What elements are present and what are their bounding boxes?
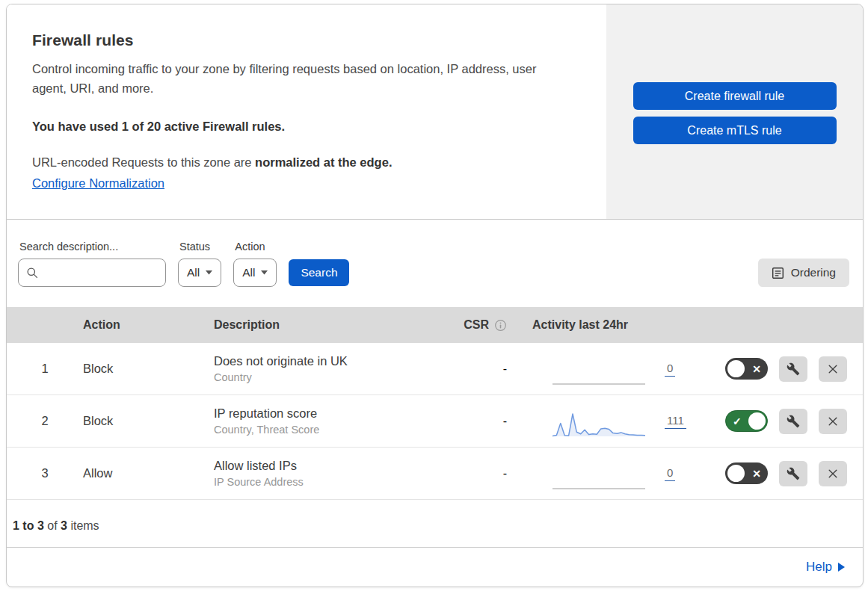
rule-controls: ✓ ✕ [717,409,863,434]
rule-description-cell: Allow listed IPs IP Source Address [214,459,450,488]
wrench-icon [787,362,800,376]
activity-sparkline [552,359,645,386]
wrench-icon [787,415,800,428]
activity-count-link[interactable]: 0 [665,362,675,377]
rule-description: IP reputation score [214,406,450,421]
header-activity: Activity last 24hr [510,318,717,332]
rule-activity-cell: 0 [510,460,717,487]
info-icon[interactable] [494,319,507,332]
rule-action: Allow [83,466,214,480]
rule-enabled-toggle[interactable]: ✓ ✕ [725,462,768,484]
chevron-down-icon [261,270,268,275]
items-label: items [67,519,99,533]
table-row: 2 Block IP reputation score Country, Thr… [7,395,863,448]
usage-notice: You have used 1 of 20 active Firewall ru… [32,120,581,134]
delete-rule-button[interactable] [819,409,847,434]
rule-ruleset: IP Source Address [214,476,450,488]
close-icon [827,415,839,427]
status-label: Status [179,241,221,253]
x-icon: ✕ [752,363,761,374]
help-link[interactable]: Help [806,560,832,575]
delete-rule-button[interactable] [819,356,847,382]
search-filter-group: Search description... [18,241,166,287]
rule-enabled-toggle[interactable]: ✓ ✕ [725,358,768,380]
table-row: 1 Block Does not originate in UK Country… [7,343,863,395]
check-icon: ✓ [733,415,742,426]
toggle-knob [727,360,745,377]
ordering-button-label: Ordering [791,266,836,279]
items-range: 1 to 3 [13,519,44,533]
rule-ruleset: Country, Threat Score [214,424,450,436]
arrow-right-icon [838,563,845,572]
search-box[interactable] [18,259,166,287]
rule-action: Block [83,414,214,428]
search-input[interactable] [44,267,158,279]
status-dropdown-value: All [187,266,200,279]
rule-controls: ✓ ✕ [717,356,863,382]
action-filter-group: Action All [233,241,277,287]
search-icon [26,267,38,279]
firewall-rules-card: Firewall rules Control incoming traffic … [6,4,864,587]
items-total: 3 [61,519,67,533]
rule-description-cell: Does not originate in UK Country [214,354,450,383]
hero-section: Firewall rules Control incoming traffic … [7,4,863,220]
table-row: 3 Allow Allow listed IPs IP Source Addre… [7,448,863,500]
rule-description-cell: IP reputation score Country, Threat Scor… [214,406,450,436]
page-title: Firewall rules [32,31,581,49]
rule-csr: - [450,362,510,376]
rule-activity-cell: 111 [510,408,717,435]
toggle-knob [727,465,745,482]
items-of-label: of [44,519,61,533]
action-dropdown[interactable]: All [233,259,277,287]
header-description: Description [214,318,450,332]
rule-ruleset: Country [214,371,450,383]
edit-rule-button[interactable] [779,409,807,434]
rule-csr: - [450,467,510,480]
chevron-down-icon [206,270,212,275]
help-bar: Help [7,547,863,587]
action-label: Action [235,241,277,253]
edit-rule-button[interactable] [779,461,807,486]
create-mtls-rule-button[interactable]: Create mTLS rule [633,117,837,144]
rule-csr: - [450,415,510,428]
edit-rule-button[interactable] [779,356,807,382]
page-description: Control incoming traffic to your zone by… [32,60,541,98]
search-button[interactable]: Search [289,259,349,286]
table-header: Action Description CSR Activity last 24h… [7,307,863,343]
normalization-bold: normalized at the edge. [255,155,392,169]
close-icon [827,363,839,375]
toggle-knob [748,412,766,430]
rule-priority: 3 [7,466,83,480]
activity-count-link[interactable]: 111 [665,414,686,429]
pagination-summary: 1 to 3 of 3 items [7,500,863,547]
create-actions-panel: Create firewall rule Create mTLS rule [606,4,863,219]
normalization-prefix: URL-encoded Requests to this zone are [32,155,255,169]
delete-rule-button[interactable] [819,461,847,486]
wrench-icon [787,467,800,480]
rule-description: Does not originate in UK [214,354,450,368]
close-icon [827,468,839,480]
action-dropdown-value: All [242,266,255,279]
rule-enabled-toggle[interactable]: ✓ ✕ [725,410,768,432]
rule-action: Block [83,362,214,376]
rule-controls: ✓ ✕ [717,461,863,486]
activity-sparkline [552,411,645,438]
x-icon: ✕ [752,468,761,478]
configure-normalization-link[interactable]: Configure Normalization [32,176,164,191]
rule-activity-cell: 0 [510,356,717,383]
ordering-list-icon [772,267,784,279]
activity-count-link[interactable]: 0 [665,466,675,481]
rule-priority: 1 [7,362,83,376]
status-filter-group: Status All [178,241,221,287]
rule-priority: 2 [7,414,83,428]
hero-text-block: Firewall rules Control incoming traffic … [7,4,606,219]
activity-sparkline [552,463,645,490]
ordering-button[interactable]: Ordering [758,259,849,287]
header-action: Action [83,318,214,332]
status-dropdown[interactable]: All [178,259,221,287]
header-csr-label: CSR [464,318,489,332]
create-firewall-rule-button[interactable]: Create firewall rule [633,82,837,110]
search-label: Search description... [19,241,166,253]
header-csr: CSR [450,318,510,332]
filter-toolbar: Search description... Status All Action … [7,220,863,307]
